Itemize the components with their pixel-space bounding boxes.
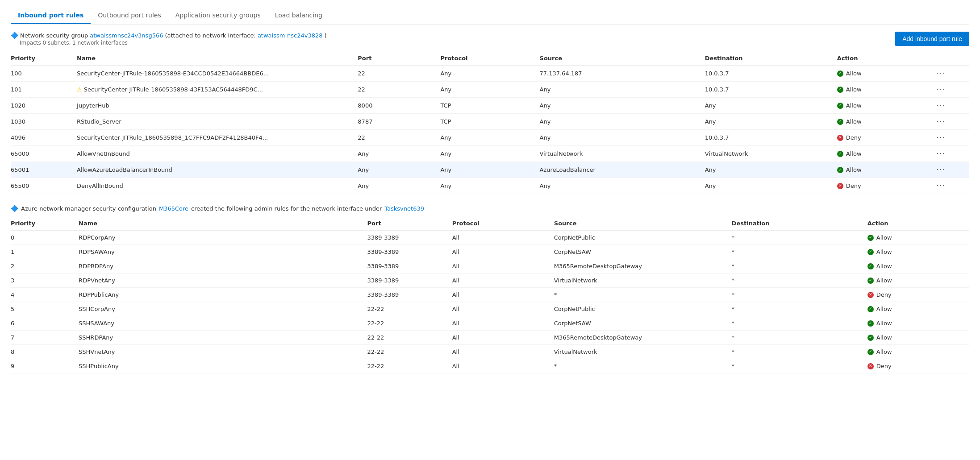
- cell-name: SSHCorpAny: [79, 302, 367, 316]
- table-row[interactable]: 2 RDPRDPAny 3389-3389 All M365RemoteDesk…: [11, 259, 969, 274]
- tabs-bar: Inbound port rules Outbound port rules A…: [11, 7, 969, 25]
- tab-inbound[interactable]: Inbound port rules: [11, 7, 91, 24]
- cell-name: RDPRDPAny: [79, 259, 367, 274]
- cell-priority: 1020: [11, 98, 77, 114]
- table-row[interactable]: 3 RDPVnetAny 3389-3389 All VirtualNetwor…: [11, 274, 969, 288]
- row-menu-button[interactable]: ···: [936, 133, 946, 142]
- action-label: Allow: [876, 263, 892, 269]
- cell-priority: 65001: [11, 162, 77, 178]
- row-menu-button[interactable]: ···: [936, 166, 946, 174]
- table-row[interactable]: 5 SSHCorpAny 22-22 All CorpNetPublic * A…: [11, 302, 969, 316]
- cell-source: Any: [540, 114, 705, 130]
- cell-protocol: Any: [440, 82, 539, 98]
- col2-header-protocol: Protocol: [452, 216, 554, 231]
- cell-destination: *: [732, 274, 867, 288]
- cell-priority: 2: [11, 259, 79, 274]
- cell-source: 77.137.64.187: [540, 66, 705, 82]
- section2-vnet-link[interactable]: Tasksvnet639: [384, 205, 424, 212]
- table-row[interactable]: 65001 AllowAzureLoadBalancerInBound Any …: [11, 162, 969, 178]
- cell-port: 22-22: [367, 345, 452, 359]
- row-menu-button[interactable]: ···: [936, 117, 946, 126]
- cell-priority: 0: [11, 231, 79, 245]
- cell-source: CorpNetSAW: [554, 245, 732, 259]
- row-menu-button[interactable]: ···: [936, 85, 946, 94]
- col-header-name: Name: [77, 51, 358, 66]
- tab-appsg[interactable]: Application security groups: [168, 7, 268, 24]
- cell-name: SSHPublicAny: [79, 359, 367, 373]
- table-row[interactable]: 0 RDPCorpAny 3389-3389 All CorpNetPublic…: [11, 231, 969, 245]
- cell-destination: Any: [705, 178, 837, 194]
- cell-port: 22: [358, 82, 440, 98]
- col2-header-port: Port: [367, 216, 452, 231]
- cell-source: CorpNetSAW: [554, 316, 732, 331]
- nsg-link[interactable]: atwaissmnsc24v3nsg566: [90, 32, 163, 39]
- cell-priority: 4: [11, 288, 79, 302]
- cell-menu[interactable]: ···: [936, 82, 969, 98]
- action-label: Allow: [846, 166, 862, 173]
- table-row[interactable]: 1 RDPSAWAny 3389-3389 All CorpNetSAW * A…: [11, 245, 969, 259]
- cell-menu[interactable]: ···: [936, 146, 969, 162]
- row-menu-button[interactable]: ···: [936, 101, 946, 110]
- cell-destination: 10.0.3.7: [705, 82, 837, 98]
- cell-destination: *: [732, 302, 867, 316]
- cell-port: 3389-3389: [367, 245, 452, 259]
- action-label: Allow: [846, 150, 862, 157]
- row-menu-button[interactable]: ···: [936, 182, 946, 190]
- cell-menu[interactable]: ···: [936, 130, 969, 146]
- cell-menu[interactable]: ···: [936, 66, 969, 82]
- cell-port: Any: [358, 178, 440, 194]
- cell-port: 22-22: [367, 359, 452, 373]
- deny-icon: [837, 135, 843, 141]
- add-inbound-port-rule-button[interactable]: Add inbound port rule: [895, 32, 969, 46]
- cell-protocol: All: [452, 331, 554, 345]
- cell-priority: 5: [11, 302, 79, 316]
- cell-port: Any: [358, 162, 440, 178]
- cell-port: 8000: [358, 98, 440, 114]
- cell-port: 22: [358, 130, 440, 146]
- cell-name: RDPSAWAny: [79, 245, 367, 259]
- cell-menu[interactable]: ···: [936, 114, 969, 130]
- table-row[interactable]: 4096 SecurityCenter-JITRule_1860535898_1…: [11, 130, 969, 146]
- cell-protocol: All: [452, 359, 554, 373]
- action-label: Allow: [876, 320, 892, 327]
- table-row[interactable]: 6 SSHSAWAny 22-22 All CorpNetSAW * Allow: [11, 316, 969, 331]
- section2-config-link[interactable]: M365Core: [159, 205, 188, 212]
- table-row[interactable]: 1020 JupyterHub 8000 TCP Any Any Allow ·…: [11, 98, 969, 114]
- table-row[interactable]: 4 RDPPublicAny 3389-3389 All * * Deny: [11, 288, 969, 302]
- row-menu-button[interactable]: ···: [936, 69, 946, 78]
- cell-action: Allow: [837, 114, 936, 130]
- table-row[interactable]: 101 ⚠ SecurityCenter-JITRule-1860535898-…: [11, 82, 969, 98]
- table-row[interactable]: 100 SecurityCenter-JITRule-1860535898-E3…: [11, 66, 969, 82]
- cell-source: VirtualNetwork: [554, 345, 732, 359]
- table-row[interactable]: 65000 AllowVnetInBound Any Any VirtualNe…: [11, 146, 969, 162]
- allow-icon: [867, 235, 874, 241]
- tab-lb[interactable]: Load balancing: [268, 7, 329, 24]
- cell-menu[interactable]: ···: [936, 178, 969, 194]
- table-row[interactable]: 1030 RStudio_Server 8787 TCP Any Any All…: [11, 114, 969, 130]
- cell-destination: Any: [705, 114, 837, 130]
- allow-icon: [837, 167, 843, 173]
- tab-outbound[interactable]: Outbound port rules: [91, 7, 168, 24]
- cell-port: 3389-3389: [367, 288, 452, 302]
- cell-priority: 8: [11, 345, 79, 359]
- action-label: Allow: [846, 86, 862, 93]
- col2-header-priority: Priority: [11, 216, 79, 231]
- cell-menu[interactable]: ···: [936, 162, 969, 178]
- section2-prefix: Azure network manager security configura…: [21, 205, 156, 212]
- table-row[interactable]: 7 SSHRDPAny 22-22 All M365RemoteDesktopG…: [11, 331, 969, 345]
- cell-priority: 1030: [11, 114, 77, 130]
- admin-rules-table: Priority Name Port Protocol Source Desti…: [11, 216, 969, 373]
- table-row[interactable]: 65500 DenyAllInBound Any Any Any Any Den…: [11, 178, 969, 194]
- table-row[interactable]: 8 SSHVnetAny 22-22 All VirtualNetwork * …: [11, 345, 969, 359]
- cell-action: Allow: [837, 98, 936, 114]
- interface-link[interactable]: atwaissm-nsc24v3828: [258, 32, 323, 39]
- cell-protocol: All: [452, 245, 554, 259]
- table-row[interactable]: 9 SSHPublicAny 22-22 All * * Deny: [11, 359, 969, 373]
- cell-action: Deny: [837, 178, 936, 194]
- cell-protocol: Any: [440, 66, 539, 82]
- cell-action: Deny: [867, 288, 969, 302]
- cell-action: Allow: [867, 331, 969, 345]
- cell-action: Allow: [867, 345, 969, 359]
- row-menu-button[interactable]: ···: [936, 149, 946, 158]
- cell-menu[interactable]: ···: [936, 98, 969, 114]
